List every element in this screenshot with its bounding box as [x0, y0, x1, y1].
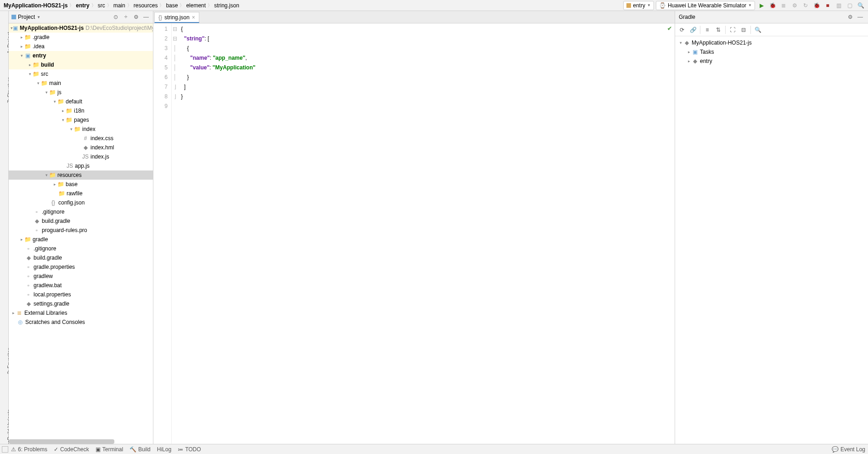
tree-item-src[interactable]: ▾📁src: [9, 69, 153, 79]
tree-item-js[interactable]: ▾📁js: [9, 88, 153, 97]
hot-reload-button[interactable]: 🐞: [812, 1, 821, 10]
chevron-right-icon[interactable]: ▸: [11, 311, 16, 315]
crumb-5[interactable]: base: [165, 2, 179, 9]
crumb-3[interactable]: main: [113, 2, 126, 9]
tree-item-pages[interactable]: ▾📁pages: [9, 115, 153, 125]
tree-item-i18n[interactable]: ▸📁i18n: [9, 106, 153, 115]
gradle-run-task-button[interactable]: ≡: [702, 25, 712, 35]
toolwindow-quick-access-button[interactable]: [2, 446, 8, 453]
chevron-down-icon[interactable]: ▾: [68, 127, 74, 131]
debug-button[interactable]: 🐞: [768, 1, 777, 10]
gradle-root-node[interactable]: ▾◆MyApplication-HOS21-js: [677, 38, 866, 47]
tree-item-gradlew[interactable]: ▫gradlew: [9, 272, 153, 281]
status-terminal-button[interactable]: ▣Terminal: [96, 446, 123, 453]
tree-item-gradle-dir[interactable]: ▸📁.gradle: [9, 33, 153, 42]
run-button[interactable]: ▶: [757, 1, 766, 10]
chevron-down-icon[interactable]: ▾: [27, 72, 33, 76]
tree-item-build-gradle-entry[interactable]: ◆build.gradle: [9, 216, 153, 226]
crumb-2[interactable]: src: [97, 2, 106, 9]
profile-button[interactable]: ⚙: [790, 1, 799, 10]
code-editor[interactable]: 1 2 3 4 5 6 7 8 9 ⊟ ⊟ │ │ │ │ ⌋ ⌋ { "str…: [153, 23, 675, 444]
chevron-down-icon[interactable]: ▾: [52, 99, 57, 104]
chevron-right-icon[interactable]: ▸: [686, 50, 692, 54]
crumb-0[interactable]: MyApplication-HOS21-js: [3, 2, 68, 9]
tree-item-rawfile[interactable]: 📁rawfile: [9, 189, 153, 198]
crumb-6[interactable]: element: [185, 2, 207, 9]
status-build-button[interactable]: 🔨Build: [130, 446, 151, 453]
chevron-right-icon[interactable]: ▸: [52, 182, 57, 187]
chevron-down-icon[interactable]: ▾: [35, 81, 41, 85]
tree-item-build[interactable]: ▸📁build: [9, 60, 153, 69]
gradle-settings-button[interactable]: ⚙: [846, 13, 854, 21]
gradle-refresh-button[interactable]: ⟳: [677, 25, 687, 35]
tree-item-main[interactable]: ▾📁main: [9, 79, 153, 88]
crumb-4[interactable]: resources: [133, 2, 159, 9]
tree-item-resources[interactable]: ▾📁resources: [9, 170, 153, 180]
project-structure-button[interactable]: ▥: [834, 1, 843, 10]
chevron-right-icon[interactable]: ▸: [19, 237, 24, 242]
tree-item-entry[interactable]: ▾▣entry: [9, 51, 153, 60]
fold-toggle[interactable]: ⊟: [172, 24, 178, 34]
tree-item-settings-gradle[interactable]: ◆settings.gradle: [9, 299, 153, 308]
crumb-7[interactable]: string.json: [213, 2, 240, 9]
tree-item-index-css[interactable]: #index.css: [9, 134, 153, 143]
gradle-attach-button[interactable]: 🔗: [688, 25, 698, 35]
chevron-right-icon[interactable]: ▸: [686, 59, 692, 63]
tree-item-base[interactable]: ▸📁base: [9, 180, 153, 189]
attach-debugger-button[interactable]: ↻: [801, 1, 810, 10]
status-eventlog-button[interactable]: 💬Event Log: [832, 446, 865, 453]
tree-root[interactable]: ▾▣ MyApplication-HOS21-js D:\DevEcoStudi…: [9, 23, 153, 33]
gradle-search-button[interactable]: 🔍: [753, 25, 763, 35]
chevron-right-icon[interactable]: ▸: [27, 62, 33, 67]
analysis-ok-icon[interactable]: ✔: [667, 25, 672, 32]
chevron-down-icon[interactable]: ▾: [44, 173, 49, 177]
status-todo-button[interactable]: ≔TODO: [178, 446, 201, 453]
chevron-down-icon[interactable]: ▾: [19, 53, 24, 58]
horizontal-scrollbar-thumb[interactable]: [9, 439, 114, 444]
tree-item-gradle-properties[interactable]: ▫gradle.properties: [9, 262, 153, 272]
close-tab-button[interactable]: ×: [192, 14, 195, 21]
device-selector[interactable]: ⌚ Huawei Lite Wearable Simulator ▼: [656, 1, 755, 10]
fold-toggle[interactable]: ⊟: [172, 34, 178, 44]
status-codecheck-button[interactable]: ✓CodeCheck: [54, 446, 89, 453]
status-hilog-button[interactable]: HiLog: [157, 446, 171, 453]
tree-item-default[interactable]: ▾📁default: [9, 97, 153, 106]
previewer-button[interactable]: ▢: [845, 1, 854, 10]
gradle-entry-node[interactable]: ▸◆entry: [677, 57, 866, 66]
tree-item-gradle-root[interactable]: ▸📁gradle: [9, 235, 153, 244]
hide-button[interactable]: —: [142, 13, 150, 21]
tree-item-local-properties[interactable]: ▫local.properties: [9, 290, 153, 299]
tree-item-external-libraries[interactable]: ▸≣External Libraries: [9, 308, 153, 318]
crumb-1[interactable]: entry: [75, 2, 90, 9]
tree-item-index-js[interactable]: JSindex.js: [9, 152, 153, 161]
chevron-down-icon[interactable]: ▾: [44, 90, 49, 95]
tree-item-gradlew-bat[interactable]: ▫gradlew.bat: [9, 281, 153, 290]
tree-item-config-json[interactable]: {}config.json: [9, 198, 153, 207]
settings-button[interactable]: ⚙: [132, 13, 140, 21]
code-content[interactable]: { "string": [ { "name": "app_name", "val…: [178, 23, 675, 444]
editor-tab-string-json[interactable]: {} string.json ×: [154, 12, 199, 23]
project-view-selector[interactable]: Project ▼: [11, 14, 112, 20]
tree-item-idea-dir[interactable]: ▸📁.idea: [9, 42, 153, 51]
tree-item-index[interactable]: ▾📁index: [9, 125, 153, 134]
tree-item-proguard[interactable]: ▫proguard-rules.pro: [9, 226, 153, 235]
chevron-down-icon[interactable]: ▾: [678, 40, 683, 45]
tree-item-scratches[interactable]: ◎Scratches and Consoles: [9, 318, 153, 327]
gradle-tasks-node[interactable]: ▸▣Tasks: [677, 47, 866, 57]
search-everywhere-button[interactable]: 🔍: [856, 1, 865, 10]
chevron-right-icon[interactable]: ▸: [19, 35, 24, 40]
chevron-right-icon[interactable]: ▸: [60, 108, 66, 113]
tree-item-build-gradle-root[interactable]: ◆build.gradle: [9, 253, 153, 262]
run-config-selector[interactable]: entry ▼: [623, 1, 654, 10]
stop-button[interactable]: ■: [823, 1, 832, 10]
gradle-expand-button[interactable]: ⛶: [727, 25, 738, 35]
status-problems-button[interactable]: ⚠6: Problems: [11, 446, 47, 453]
tree-item-app-js[interactable]: JSapp.js: [9, 161, 153, 170]
gradle-collapse-button[interactable]: ⊟: [738, 25, 749, 35]
tree-item-gitignore-entry[interactable]: ▫.gitignore: [9, 207, 153, 216]
chevron-right-icon[interactable]: ▸: [19, 44, 24, 49]
gradle-hide-button[interactable]: —: [856, 13, 864, 21]
tree-item-index-hml[interactable]: ◆index.hml: [9, 143, 153, 152]
tree-item-gitignore-root[interactable]: ▫.gitignore: [9, 244, 153, 253]
select-opened-file-button[interactable]: ⊙: [112, 13, 120, 21]
